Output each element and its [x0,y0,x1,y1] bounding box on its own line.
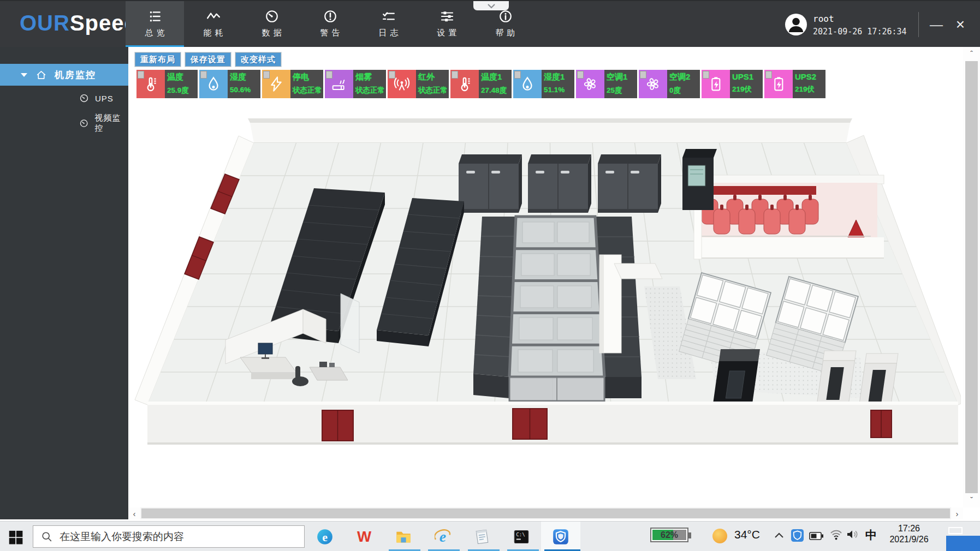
login-datetime: 2021-09-26 17:26:34 [813,27,907,37]
fan-icon [581,75,599,93]
sensor-tiles: 温度25.9度 湿度50.6% 停电状态正常 烟雾状 [136,70,825,98]
save-settings-button[interactable]: 保存设置 [185,52,231,67]
change-style-button[interactable]: 改变样式 [235,52,281,67]
scroll-right-button[interactable]: › [951,507,963,519]
tab-label: 设置 [434,28,460,38]
taskbar-clock[interactable]: 17:26 2021/9/26 [881,524,937,544]
battery-percent-badge[interactable]: 62% [650,528,688,542]
server-room-3d [134,117,961,445]
tab-data[interactable]: 数据 [242,1,301,48]
vertical-scrollbar-thumb[interactable] [965,61,978,493]
search-input[interactable] [60,531,304,543]
taskbar-search[interactable] [33,525,305,548]
tile-badge [640,71,646,79]
start-button[interactable] [8,529,23,544]
tray-chevron-up-icon[interactable] [774,532,784,538]
thermometer-icon [142,75,159,93]
weather-temperature[interactable]: 34°C [734,528,760,541]
tile-badge [452,71,458,79]
sensor-tile-ac-2[interactable]: 空调20度 [639,70,700,98]
horizontal-scrollbar-thumb[interactable] [141,508,950,518]
main-content: 重新布局 保存设置 改变样式 温度25.9度 湿度50.6% [128,47,980,519]
avatar[interactable] [785,13,807,36]
tab-settings[interactable]: 设置 [418,1,476,48]
gauge-icon [79,93,89,103]
tile-badge [138,71,144,79]
tab-energy[interactable]: 能耗 [184,1,242,48]
sensor-tile-ac-1[interactable]: 空调125度 [576,70,637,98]
sensor-tile-ups-2[interactable]: UPS2219伏 [764,70,825,98]
header: OURSpeed 总览 能耗 数据 警告 日志 [0,0,980,47]
svg-text:e: e [322,530,328,544]
tile-badge [263,71,270,79]
sidebar-item-ups[interactable]: UPS [0,86,128,111]
tab-alert[interactable]: 警告 [301,1,359,48]
svg-text:C:\: C:\ [516,531,525,537]
security-app-icon[interactable] [541,522,580,551]
clock-time: 17:26 [881,524,937,534]
wps-icon[interactable]: W [345,522,384,551]
tab-label: 帮助 [492,28,519,38]
terminal-icon[interactable]: C:\ [502,522,541,551]
file-explorer-icon[interactable] [384,522,423,551]
taskbar-app-icons: e W e C:\ [305,522,580,551]
internet-explorer-icon[interactable]: e [423,522,462,551]
tab-log[interactable]: 日志 [359,1,418,48]
crac-unit [528,154,591,213]
tab-overview[interactable]: 总览 [126,1,184,48]
tile-badge [703,71,709,79]
tile-badge [200,71,207,79]
sensor-tile-temperature[interactable]: 温度25.9度 [136,70,198,98]
lightning-icon [268,75,285,93]
vertical-scrollbar[interactable]: ˆ ˇ [963,47,980,507]
tray-security-icon[interactable] [791,529,804,542]
sensor-tile-smoke[interactable]: 烟雾状态正常 [325,70,386,98]
sidebar-item-video-monitor[interactable]: 视频监控 [0,111,128,136]
minimize-button[interactable]: — [926,14,947,35]
crac-units [459,154,661,213]
horizontal-scrollbar[interactable]: ‹ › [128,507,963,519]
gauge-icon [265,9,279,23]
user-info: root 2021-09-26 17:26:34 [813,14,907,37]
monitor [258,343,272,354]
app-window: OURSpeed 总览 能耗 数据 警告 日志 [0,0,980,551]
battery-percent-text: 62% [661,530,678,540]
scroll-down-button[interactable]: ˇ [963,493,980,507]
battery-icon [707,75,724,93]
collapse-header-tab[interactable] [473,1,509,10]
sensor-tile-humidity[interactable]: 湿度50.6% [199,70,260,98]
info-icon [498,9,513,23]
white-table [614,263,662,279]
relayout-button[interactable]: 重新布局 [135,52,181,67]
glass-roof [509,217,604,377]
notepad-icon[interactable] [462,522,502,551]
sidebar-item-room-monitor[interactable]: 机房监控 [0,64,128,86]
show-desktop-button[interactable] [948,527,963,534]
smoke-icon [330,75,348,93]
caret-down-icon [21,73,27,77]
tab-label: 日志 [376,28,402,38]
close-button[interactable]: × [950,14,971,35]
sensor-tile-infrared[interactable]: 红外状态正常 [388,70,449,98]
ime-indicator[interactable]: 中 [865,528,877,543]
fire-suppression-room [686,175,884,259]
sensor-tile-power-failure[interactable]: 停电状态正常 [262,70,323,98]
pulse-icon [206,9,221,23]
alert-icon [323,9,337,23]
tile-badge [326,71,332,79]
tray-wifi-icon[interactable] [830,529,842,541]
weather-sun-icon[interactable] [712,529,727,543]
sensor-tile-temperature-1[interactable]: 温度127.48度 [450,70,512,98]
tray-speaker-icon[interactable] [847,529,859,540]
scroll-left-button[interactable]: ‹ [128,507,140,519]
crac-unit [459,154,522,213]
list-icon [148,9,162,23]
sensor-tile-humidity-1[interactable]: 湿度151.1% [513,70,574,98]
edge-icon[interactable]: e [305,522,345,551]
scroll-up-button[interactable]: ˆ [963,47,980,61]
tab-label: 能耗 [200,28,227,38]
sensor-tile-ups-1[interactable]: UPS1219伏 [702,70,763,98]
tile-badge [389,71,395,79]
droplet-icon [519,75,536,93]
tray-battery-icon[interactable] [809,531,824,541]
